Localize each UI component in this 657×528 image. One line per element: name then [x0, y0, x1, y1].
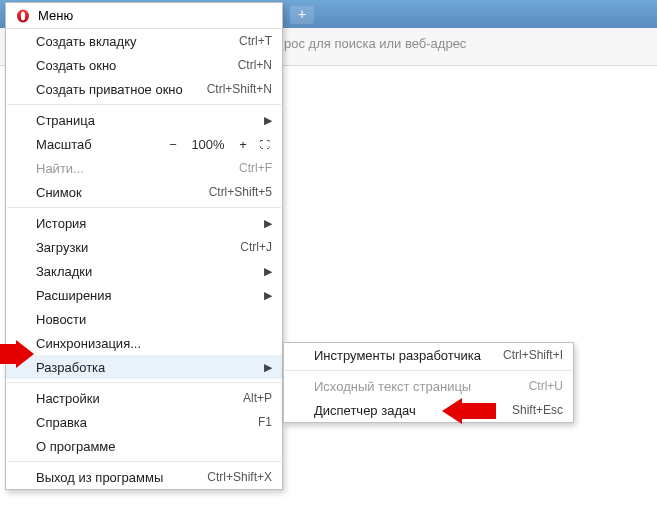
zoom-value: 100% [188, 137, 228, 152]
menu-header: Меню [6, 3, 282, 29]
submenu-arrow-icon: ▶ [258, 114, 272, 127]
submenu-arrow-icon: ▶ [258, 361, 272, 374]
menu-separator [7, 461, 281, 462]
menu-item-snapshot[interactable]: Снимок Ctrl+Shift+5 [6, 180, 282, 204]
menu-item-label: Выход из программы [36, 470, 196, 485]
submenu-arrow-icon: ▶ [258, 217, 272, 230]
menu-item-label: Расширения [36, 288, 258, 303]
menu-item-sync[interactable]: Синхронизация... [6, 331, 282, 355]
menu-item-label: Синхронизация... [36, 336, 272, 351]
menu-item-new-tab[interactable]: Создать вкладку Ctrl+T [6, 29, 282, 53]
menu-separator [7, 104, 281, 105]
menu-item-label: Загрузки [36, 240, 196, 255]
menu-item-bookmarks[interactable]: Закладки ▶ [6, 259, 282, 283]
menu-item-developer[interactable]: Разработка ▶ [6, 355, 282, 379]
menu-shortcut: Ctrl+F [196, 161, 272, 175]
menu-item-exit[interactable]: Выход из программы Ctrl+Shift+X [6, 465, 282, 489]
menu-item-about[interactable]: О программе [6, 434, 282, 458]
menu-shortcut: Ctrl+Shift+I [487, 348, 563, 362]
address-bar-placeholder[interactable]: рос для поиска или веб-адрес [284, 36, 466, 51]
menu-item-new-private-window[interactable]: Создать приватное окно Ctrl+Shift+N [6, 77, 282, 101]
menu-shortcut: Alt+P [196, 391, 272, 405]
menu-separator [7, 207, 281, 208]
submenu-item-task-manager[interactable]: Диспетчер задач Shift+Esc [284, 398, 573, 422]
submenu-item-devtools[interactable]: Инструменты разработчика Ctrl+Shift+I [284, 343, 573, 367]
menu-item-label: Создать вкладку [36, 34, 196, 49]
menu-item-news[interactable]: Новости [6, 307, 282, 331]
menu-shortcut: Ctrl+Shift+X [196, 470, 272, 484]
menu-item-help[interactable]: Справка F1 [6, 410, 282, 434]
menu-item-label: Настройки [36, 391, 196, 406]
menu-title: Меню [38, 8, 73, 23]
menu-separator [7, 382, 281, 383]
menu-item-label: Инструменты разработчика [314, 348, 487, 363]
submenu-arrow-icon: ▶ [258, 265, 272, 278]
menu-separator [285, 370, 572, 371]
menu-item-label: История [36, 216, 258, 231]
developer-submenu: Инструменты разработчика Ctrl+Shift+I Ис… [283, 342, 574, 423]
menu-item-label: Создать приватное окно [36, 82, 196, 97]
opera-logo-icon [16, 9, 30, 23]
menu-shortcut: Ctrl+Shift+N [196, 82, 272, 96]
menu-item-label: Создать окно [36, 58, 196, 73]
menu-shortcut: Ctrl+U [487, 379, 563, 393]
svg-point-1 [21, 11, 25, 20]
menu-item-label: Закладки [36, 264, 258, 279]
menu-item-label: Диспетчер задач [314, 403, 487, 418]
menu-item-label: Страница [36, 113, 258, 128]
menu-item-label: Снимок [36, 185, 196, 200]
zoom-out-button[interactable]: − [166, 137, 180, 152]
menu-shortcut: Ctrl+J [196, 240, 272, 254]
menu-item-label: Найти... [36, 161, 196, 176]
submenu-item-view-source: Исходный текст страницы Ctrl+U [284, 374, 573, 398]
menu-item-extensions[interactable]: Расширения ▶ [6, 283, 282, 307]
menu-shortcut: Ctrl+T [196, 34, 272, 48]
new-tab-button[interactable]: + [290, 6, 314, 24]
menu-item-find: Найти... Ctrl+F [6, 156, 282, 180]
menu-shortcut: Shift+Esc [487, 403, 563, 417]
menu-item-label: Масштаб [36, 137, 166, 152]
menu-item-label: Исходный текст страницы [314, 379, 487, 394]
menu-item-settings[interactable]: Настройки Alt+P [6, 386, 282, 410]
fullscreen-icon[interactable]: ⛶ [258, 137, 272, 151]
menu-item-new-window[interactable]: Создать окно Ctrl+N [6, 53, 282, 77]
menu-item-downloads[interactable]: Загрузки Ctrl+J [6, 235, 282, 259]
menu-item-label: Разработка [36, 360, 258, 375]
submenu-arrow-icon: ▶ [258, 289, 272, 302]
menu-shortcut: Ctrl+Shift+5 [196, 185, 272, 199]
menu-item-zoom: Масштаб − 100% + ⛶ [6, 132, 282, 156]
menu-shortcut: F1 [196, 415, 272, 429]
menu-item-label: О программе [36, 439, 272, 454]
menu-item-history[interactable]: История ▶ [6, 211, 282, 235]
zoom-in-button[interactable]: + [236, 137, 250, 152]
menu-item-page[interactable]: Страница ▶ [6, 108, 282, 132]
menu-shortcut: Ctrl+N [196, 58, 272, 72]
menu-item-label: Новости [36, 312, 272, 327]
menu-item-label: Справка [36, 415, 196, 430]
main-menu: Меню Создать вкладку Ctrl+T Создать окно… [5, 2, 283, 490]
